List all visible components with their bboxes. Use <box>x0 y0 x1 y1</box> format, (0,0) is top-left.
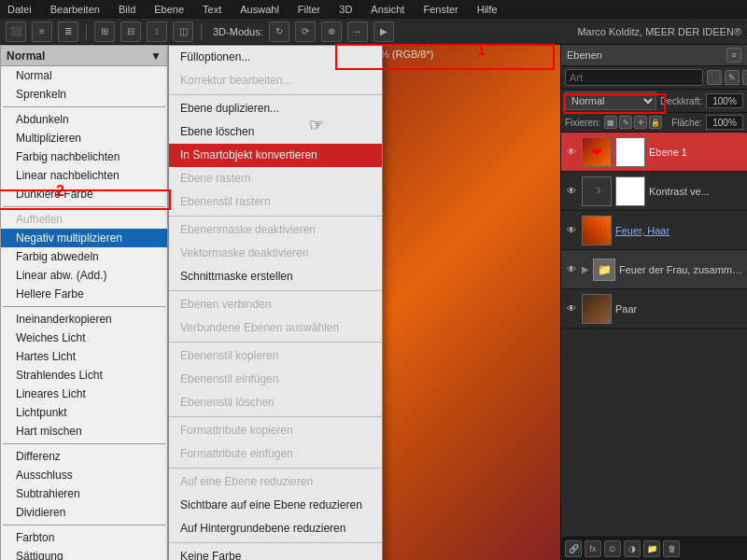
blend-lineares-licht[interactable]: Lineares Licht <box>1 385 167 403</box>
menu-text[interactable]: Text <box>199 3 225 16</box>
layer-thumb-kontrast: ☽ <box>582 176 612 206</box>
tool-btn-3[interactable]: ≣ <box>58 21 78 42</box>
blend-differenz[interactable]: Differenz <box>1 447 167 466</box>
cm-rastern: Ebene rastern <box>169 167 382 190</box>
tool-3d-5[interactable]: ▶ <box>374 21 394 42</box>
panel-search-row: ⬛ ✎ 🔒 T ⚙ ⊕ <box>561 66 747 90</box>
blend-lichtpunkt[interactable]: Lichtpunkt <box>1 403 167 422</box>
lock-all[interactable]: 🔒 <box>649 116 662 129</box>
panel-btn-fx[interactable]: fx <box>585 540 601 557</box>
tool-3d-1[interactable]: ↻ <box>269 21 289 42</box>
menu-auswahl[interactable]: Auswahl <box>236 3 283 16</box>
blend-hellere-farbe[interactable]: Hellere Farbe <box>1 285 167 303</box>
panel-btn-mask[interactable]: ⊙ <box>604 540 621 557</box>
folder-expand-icon[interactable]: ▶ <box>582 264 589 274</box>
layer-eye-ebene1[interactable]: 👁 <box>565 146 578 159</box>
blend-farbig-nachbelichten[interactable]: Farbig nachbelichten <box>1 147 167 166</box>
panel-btn-adjustment[interactable]: ◑ <box>624 540 641 557</box>
blend-dunklere-farbe[interactable]: Dunklere Farbe <box>1 185 167 203</box>
filter-icon-2[interactable]: ✎ <box>725 70 740 85</box>
menu-ebene[interactable]: Ebene <box>150 3 188 16</box>
menu-bearbeiten[interactable]: Bearbeiten <box>47 3 104 16</box>
menu-datei[interactable]: Datei <box>4 3 35 16</box>
layer-eye-paar[interactable]: 👁 <box>565 302 578 315</box>
blend-ausschluss[interactable]: Ausschluss <box>1 466 167 484</box>
blend-saettigung[interactable]: Sättigung <box>1 547 167 560</box>
panel-btn-folder[interactable]: 📁 <box>643 540 660 557</box>
layer-mask-ebene1 <box>615 137 645 167</box>
blend-negativ-multiplizieren[interactable]: Negativ multiplizieren <box>1 229 167 247</box>
cm-fulloptions[interactable]: Fülloptionen... <box>169 46 382 69</box>
cm-duplizieren[interactable]: Ebene duplizieren... <box>169 97 382 120</box>
panel-icon-1[interactable]: ≡ <box>726 48 741 63</box>
blend-hartes-licht[interactable]: Hartes Licht <box>1 347 167 366</box>
cm-loeschen[interactable]: Ebene löschen <box>169 120 382 144</box>
blend-linear-nachbelichten[interactable]: Linear nachbelichten <box>1 166 167 185</box>
blend-farbton[interactable]: Farbton <box>1 528 167 547</box>
blend-dropdown-header[interactable]: Normal ▼ <box>1 46 167 66</box>
menu-hilfe[interactable]: Hilfe <box>473 3 501 16</box>
blend-strahlendes-licht[interactable]: Strahlendes Licht <box>1 366 167 385</box>
tool-3d-3[interactable]: ⊕ <box>321 21 342 42</box>
opacity-input[interactable] <box>706 93 743 108</box>
lock-position[interactable]: ✛ <box>634 116 647 129</box>
layer-item-folder[interactable]: 👁 ▶ 📁 Feuer der Frau, zusammengefasst <box>561 250 747 289</box>
panel-header: Ebenen ≡ <box>561 45 747 66</box>
layer-thumb-paar <box>582 294 612 324</box>
cm-keine-farbe[interactable]: Keine Farbe <box>169 545 382 560</box>
cm-smartobjekt[interactable]: In Smartobjekt konvertieren <box>169 144 382 167</box>
blend-sprenkeln[interactable]: Sprenkeln <box>1 85 167 104</box>
filter-icon-1[interactable]: ⬛ <box>707 70 722 85</box>
tool-btn-4[interactable]: ⊞ <box>94 21 115 42</box>
toolbar-separator-1 <box>86 23 87 40</box>
menu-ansicht[interactable]: Ansicht <box>367 3 408 16</box>
blend-normal[interactable]: Normal <box>1 66 167 85</box>
cm-sep-7 <box>169 542 382 543</box>
blend-subtrahieren[interactable]: Subtrahieren <box>1 484 167 503</box>
tool-btn-2[interactable]: ≡ <box>32 21 52 42</box>
blend-mode-dropdown[interactable]: Normal ▼ Normal Sprenkeln Abdunkeln Mult… <box>0 45 168 560</box>
layer-eye-folder[interactable]: 👁 <box>565 263 578 276</box>
blend-farbig-abwedeln[interactable]: Farbig abwedeln <box>1 247 167 266</box>
layer-item-paar[interactable]: 👁 Paar <box>561 289 747 329</box>
layers-blend-select[interactable]: Normal <box>565 91 656 110</box>
cm-sep-2 <box>169 216 382 217</box>
layer-search-input[interactable] <box>565 69 703 86</box>
layer-item-ebene1[interactable]: 👁 ❤ Ebene 1 <box>561 133 747 172</box>
tool-btn-6[interactable]: ↕ <box>147 21 167 42</box>
cm-schnittmaske[interactable]: Schnittmaske erstellen <box>169 265 382 288</box>
context-menu[interactable]: Fülloptionen... Korrektur bearbeiten... … <box>168 45 383 560</box>
tool-btn-7[interactable]: ◫ <box>173 21 193 42</box>
cm-stilrastern: Ebenenstil rastern <box>169 190 382 214</box>
layer-eye-kontrast[interactable]: 👁 <box>565 185 578 198</box>
cm-reduzieren-hintergrund[interactable]: Auf Hintergrundebene reduzieren <box>169 517 382 540</box>
tool-3d-2[interactable]: ⟳ <box>295 21 316 42</box>
layer-thumb-feuer-haar <box>582 216 612 245</box>
menu-3d[interactable]: 3D <box>335 3 356 16</box>
blend-ineinanderkopieren[interactable]: Ineinanderkopieren <box>1 310 167 329</box>
menu-fenster[interactable]: Fenster <box>419 3 461 16</box>
blend-linear-abw[interactable]: Linear abw. (Add.) <box>1 266 167 285</box>
fill-input[interactable] <box>706 115 743 130</box>
tool-3d-4[interactable]: ↔ <box>347 21 368 42</box>
layer-item-kontrast[interactable]: 👁 ☽ Kontrast ve... <box>561 172 747 211</box>
blend-abdunkeln[interactable]: Abdunkeln <box>1 110 167 129</box>
blend-multiplizieren[interactable]: Multiplizieren <box>1 129 167 147</box>
cm-reduzieren-sichtbare[interactable]: Sichtbare auf eine Ebene reduzieren <box>169 494 382 517</box>
filter-icon-3[interactable]: 🔒 <box>742 70 747 85</box>
panel-btn-link[interactable]: 🔗 <box>565 540 582 557</box>
lock-transparency[interactable]: ▦ <box>604 116 617 129</box>
blend-dividieren[interactable]: Dividieren <box>1 503 167 522</box>
layer-eye-feuer-haar[interactable]: 👁 <box>565 224 578 237</box>
panel-btn-trash[interactable]: 🗑 <box>663 540 680 557</box>
menu-bild[interactable]: Bild <box>115 3 139 16</box>
lock-paint[interactable]: ✎ <box>619 116 632 129</box>
tool-btn-1[interactable]: ⬛ <box>6 21 26 42</box>
menu-filter[interactable]: Filter <box>294 3 324 16</box>
tool-btn-5[interactable]: ⊟ <box>120 21 141 42</box>
blend-weiches-licht[interactable]: Weiches Licht <box>1 329 167 347</box>
blend-hart-mischen[interactable]: Hart mischen <box>1 422 167 441</box>
search-filter-icons: ⬛ ✎ 🔒 T ⚙ ⊕ <box>707 70 747 85</box>
layer-item-feuer-haar[interactable]: 👁 Feuer, Haar <box>561 211 747 250</box>
blend-aufhellen[interactable]: Aufhellen <box>1 210 167 229</box>
